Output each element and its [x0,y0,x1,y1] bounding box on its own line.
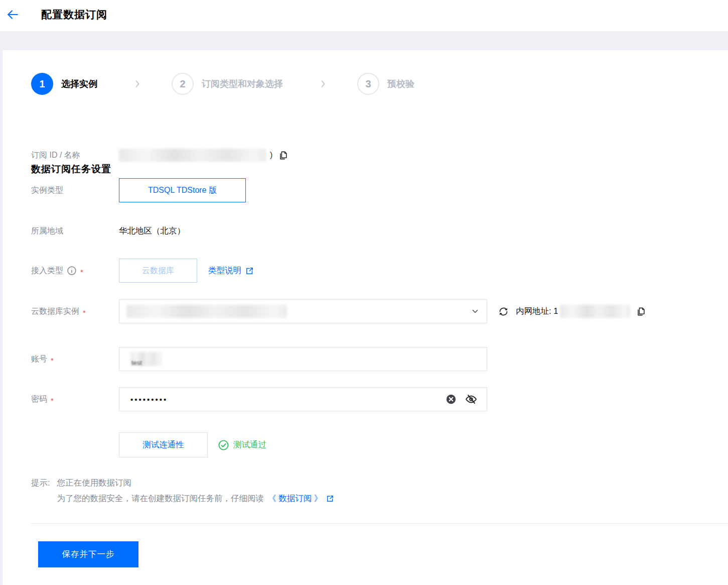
eye-off-icon[interactable] [465,393,478,405]
refresh-icon[interactable] [498,306,509,317]
step-1-circle: 1 [31,73,53,95]
access-type-button: 云数据库 [119,259,197,283]
intranet-address-prefix: 内网地址: 1 [516,306,558,317]
save-and-next-button[interactable]: 保存并下一步 [38,541,138,567]
copy-icon[interactable] [636,307,646,316]
external-link-icon [326,495,334,503]
test-pass-text: 测试通过 [233,439,266,450]
subscription-id-masked-value [119,149,266,162]
intranet-address-masked-value [560,305,630,318]
chevron-right-icon [318,79,328,89]
instance-type-label: 实例类型 [31,185,63,196]
account-value-hint: test [131,359,142,367]
region-row: 所属地域 华北地区（北京） [31,223,718,239]
page-header: 配置数据订阅 [0,0,728,31]
required-asterisk: * [51,356,54,365]
type-description-link[interactable]: 类型说明 [208,265,254,276]
password-masked-value: ••••••••• [130,395,168,404]
step-3-circle: 3 [357,73,379,95]
subscription-id-row: 订阅 ID / 名称 ) [31,148,718,162]
cloud-db-instance-row: 云数据库实例 * [31,299,718,323]
account-input[interactable]: test [119,347,487,371]
content-card: 1 选择实例 2 订阅类型和对象选择 3 预校验 数据订阅任务设置 订阅 ID … [3,50,728,585]
type-description-link-text[interactable]: 类型说明 [208,265,241,276]
chevron-right-icon [132,79,142,89]
copy-icon[interactable] [278,151,288,160]
page-title: 配置数据订阅 [41,8,107,22]
region-value: 华北地区（北京） [119,225,185,237]
tip-line2: 为了您的数据安全，请在创建数据订阅任务前，仔细阅读 《 数据订阅 》 [57,491,335,506]
data-subscription-agreement-link[interactable]: 《 数据订阅 》 [268,491,322,506]
password-input[interactable]: ••••••••• [119,387,487,411]
divider [31,523,728,524]
cloud-db-instance-label: 云数据库实例 [31,306,79,317]
access-type-label: 接入类型 [31,266,63,276]
tip-line1: 您正在使用数据订阅 [57,475,335,491]
region-label: 所属地域 [31,226,63,237]
test-pass-status: 测试通过 [218,439,266,451]
required-asterisk: * [51,396,54,405]
cloud-db-instance-masked-value [126,305,287,318]
tip-line2-text: 为了您的数据安全，请在创建数据订阅任务前，仔细阅读 [57,491,264,506]
external-link-icon [245,267,254,275]
required-asterisk: * [83,308,86,317]
test-connectivity-button[interactable]: 测试连通性 [119,432,208,457]
step-2-label: 订阅类型和对象选择 [202,78,283,90]
required-asterisk: * [80,268,83,276]
tip-block: 提示: 您正在使用数据订阅 为了您的数据安全，请在创建数据订阅任务前，仔细阅读 … [31,475,334,506]
tip-content: 您正在使用数据订阅 为了您的数据安全，请在创建数据订阅任务前，仔细阅读 《 数据… [57,475,335,506]
chevron-down-icon[interactable] [471,307,480,316]
account-label: 账号 [31,354,47,365]
intranet-address: 内网地址: 1 [498,305,646,318]
clear-input-icon[interactable] [446,394,457,405]
back-arrow-icon[interactable] [6,8,19,21]
section-title: 数据订阅任务设置 [31,163,111,176]
instance-type-button[interactable]: TDSQL TDStore 版 [119,178,246,202]
subscription-id-suffix: ) [270,151,272,160]
step-1-label: 选择实例 [61,78,97,90]
subscription-id-label: 订阅 ID / 名称 [31,150,80,161]
account-row: 账号 * test [31,347,718,371]
cloud-db-instance-select[interactable] [119,299,487,323]
configure-data-subscription-page: 配置数据订阅 1 选择实例 2 订阅类型和对象选择 3 预校验 数据订阅任务设置 [0,0,728,585]
instance-type-row: 实例类型 TDSQL TDStore 版 [31,178,718,202]
password-label: 密码 [31,394,47,405]
check-circle-icon [218,439,229,451]
step-3-label: 预校验 [387,78,414,90]
step-2-circle: 2 [172,73,194,95]
password-row: 密码 * ••••••••• [31,387,718,411]
connectivity-test-row: 测试连通性 测试通过 [31,432,718,457]
access-type-row: 接入类型 * 云数据库 类型说明 [31,259,718,283]
tip-label: 提示: [31,475,50,506]
info-icon[interactable] [67,266,77,276]
step-indicator: 1 选择实例 2 订阅类型和对象选择 3 预校验 [31,73,414,95]
